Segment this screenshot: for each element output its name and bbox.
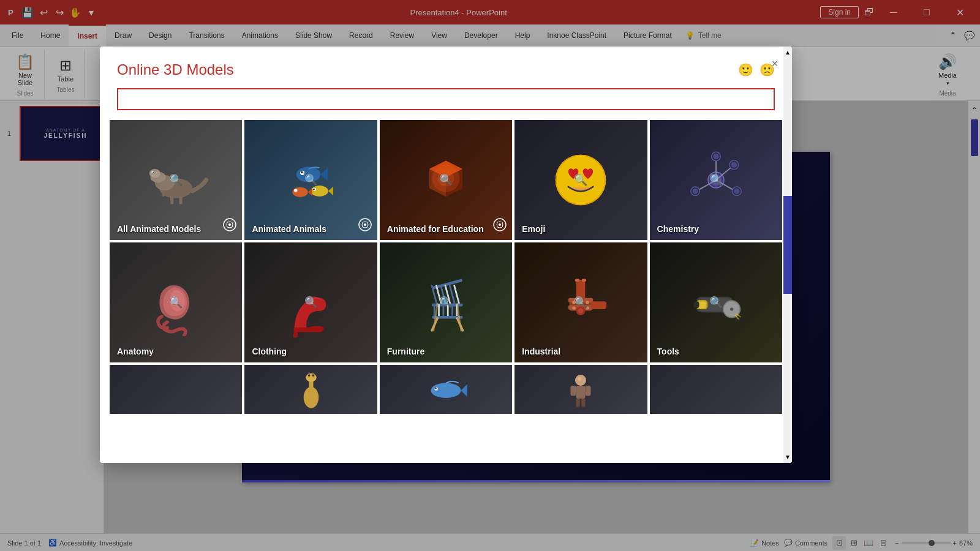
card-overlay bbox=[110, 365, 242, 414]
card-info-chemistry: Chemistry bbox=[650, 219, 782, 240]
category-industrial[interactable]: 🔍 Industrial bbox=[514, 242, 647, 362]
category-furniture[interactable]: 🔍 Furniture bbox=[380, 242, 512, 362]
category-chemistry[interactable]: 🔍 Chemistry bbox=[650, 120, 782, 240]
svg-point-99 bbox=[575, 375, 586, 386]
svg-rect-100 bbox=[576, 386, 586, 399]
scroll-down-btn[interactable]: ▼ bbox=[782, 451, 792, 463]
category-all-animated[interactable]: 🔍 All Animated Models bbox=[110, 120, 242, 240]
modal-body[interactable]: 🔍 All Animated Models bbox=[100, 120, 792, 463]
card-name-tools: Tools bbox=[657, 347, 775, 356]
online-3d-models-modal: × Online 3D Models 🙂 🙁 bbox=[100, 47, 792, 463]
svg-point-15 bbox=[300, 171, 303, 174]
card-info-clothing: Clothing bbox=[244, 342, 377, 362]
modal-scrollbar[interactable]: ▲ ▼ bbox=[783, 47, 792, 463]
search-icon-anatomy: 🔍 bbox=[169, 296, 183, 309]
svg-rect-104 bbox=[582, 399, 586, 407]
svg-rect-6 bbox=[170, 195, 173, 204]
search-input[interactable] bbox=[117, 88, 775, 110]
search-icon-emoji: 🔍 bbox=[574, 173, 587, 187]
svg-rect-8 bbox=[162, 190, 165, 197]
search-icon-all-animated: 🔍 bbox=[169, 173, 183, 187]
scroll-up-btn[interactable]: ▲ bbox=[782, 47, 792, 58]
svg-point-18 bbox=[313, 189, 315, 190]
feedback-positive-icon[interactable]: 🙂 bbox=[738, 62, 753, 77]
scroll-thumb[interactable] bbox=[783, 196, 792, 294]
models-grid: 🔍 All Animated Models bbox=[110, 120, 782, 414]
modal-search-container bbox=[100, 88, 792, 120]
card-name-all-animated: All Animated Models bbox=[117, 224, 235, 234]
svg-point-83 bbox=[730, 307, 734, 311]
category-clothing[interactable]: 🔍 Clothing bbox=[244, 242, 377, 362]
search-icon-tools: 🔍 bbox=[709, 296, 723, 309]
category-tools[interactable]: 🔍 Tools bbox=[650, 242, 782, 362]
category-row3-1[interactable] bbox=[110, 365, 242, 414]
svg-point-16 bbox=[311, 186, 328, 197]
svg-point-105 bbox=[578, 377, 581, 381]
svg-rect-85 bbox=[698, 301, 706, 308]
card-name-clothing: Clothing bbox=[252, 347, 369, 356]
category-emoji[interactable]: 🔍 Emoji bbox=[514, 120, 647, 240]
search-icon-animated-animals: 🔍 bbox=[304, 173, 318, 187]
svg-point-94 bbox=[307, 375, 310, 377]
card-name-anatomy: Anatomy bbox=[117, 347, 235, 356]
svg-point-22 bbox=[364, 223, 366, 226]
svg-point-98 bbox=[435, 388, 437, 389]
card-name-chemistry: Chemistry bbox=[657, 224, 775, 234]
svg-point-91 bbox=[306, 373, 317, 382]
svg-rect-102 bbox=[586, 386, 591, 396]
card-name-industrial: Industrial bbox=[522, 347, 639, 356]
card-info-emoji: Emoji bbox=[514, 219, 647, 240]
card-name-animated-animals: Animated Animals bbox=[252, 224, 369, 234]
card-overlay bbox=[650, 365, 782, 414]
svg-point-19 bbox=[292, 187, 307, 197]
animated-icon-animated-education bbox=[492, 217, 507, 235]
animated-icon-animated-animals bbox=[358, 217, 372, 235]
card-info-tools: Tools bbox=[650, 342, 782, 362]
category-row3-human[interactable] bbox=[514, 365, 647, 414]
svg-point-46 bbox=[731, 162, 737, 168]
svg-point-10 bbox=[153, 172, 154, 173]
category-animated-animals[interactable]: 🔍 Animated Animals bbox=[244, 120, 377, 240]
card-image-row3-human bbox=[514, 365, 647, 414]
svg-rect-70 bbox=[575, 279, 579, 282]
svg-point-5 bbox=[149, 169, 160, 178]
animated-icon-all-animated bbox=[222, 217, 237, 235]
svg-rect-7 bbox=[179, 195, 183, 204]
card-image-row3-giraffe bbox=[244, 365, 377, 414]
modal-title: Online 3D Models bbox=[117, 61, 234, 78]
card-info-industrial: Industrial bbox=[514, 342, 647, 362]
search-icon-chemistry: 🔍 bbox=[709, 173, 723, 187]
svg-point-12 bbox=[228, 223, 231, 226]
card-name-furniture: Furniture bbox=[387, 347, 505, 356]
card-name-animated-education: Animated for Education bbox=[387, 224, 505, 234]
modal-close-button[interactable]: × bbox=[766, 55, 783, 72]
svg-rect-103 bbox=[576, 399, 580, 407]
modal-overlay: × Online 3D Models 🙂 🙁 bbox=[0, 0, 980, 551]
category-row3-giraffe[interactable] bbox=[244, 365, 377, 414]
svg-point-96 bbox=[431, 383, 461, 399]
svg-point-20 bbox=[294, 189, 297, 192]
search-icon-industrial: 🔍 bbox=[574, 296, 587, 309]
scroll-track bbox=[783, 58, 792, 451]
category-row3-dolphin[interactable] bbox=[380, 365, 512, 414]
search-icon-clothing: 🔍 bbox=[304, 296, 318, 309]
svg-point-95 bbox=[312, 375, 314, 377]
category-anatomy[interactable]: 🔍 Anatomy bbox=[110, 242, 242, 362]
svg-rect-86 bbox=[693, 301, 699, 308]
card-info-furniture: Furniture bbox=[380, 342, 512, 362]
svg-rect-55 bbox=[434, 304, 435, 317]
card-info-anatomy: Anatomy bbox=[110, 342, 242, 362]
search-icon-furniture: 🔍 bbox=[439, 296, 453, 309]
card-name-emoji: Emoji bbox=[522, 224, 639, 234]
category-animated-education[interactable]: 🔍 Animated for Education bbox=[380, 120, 512, 240]
category-row3-5[interactable] bbox=[650, 365, 782, 414]
svg-rect-71 bbox=[582, 279, 586, 282]
svg-point-44 bbox=[692, 189, 698, 194]
search-icon-animated-education: 🔍 bbox=[439, 173, 453, 187]
card-image-row3-dolphin bbox=[380, 365, 512, 414]
svg-point-40 bbox=[713, 154, 718, 159]
svg-rect-72 bbox=[591, 301, 607, 309]
svg-point-30 bbox=[499, 223, 501, 226]
svg-rect-101 bbox=[571, 386, 576, 396]
modal-header: Online 3D Models 🙂 🙁 bbox=[100, 47, 792, 88]
